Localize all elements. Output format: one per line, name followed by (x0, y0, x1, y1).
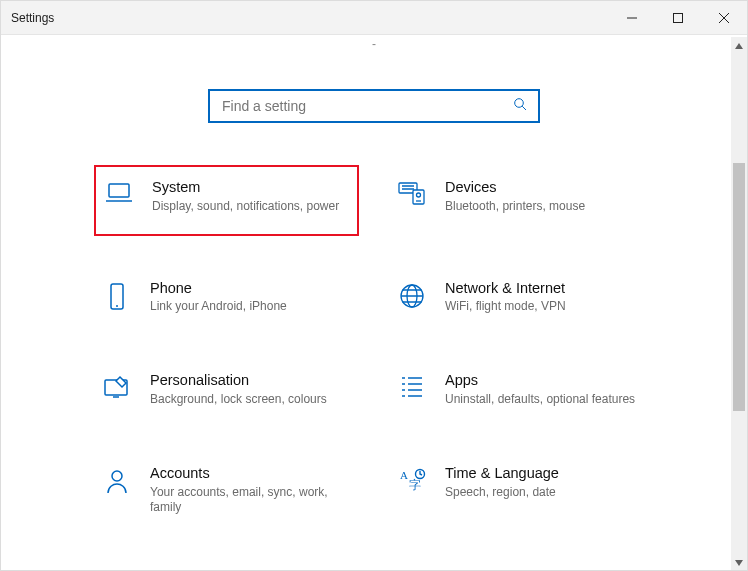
devices-icon (395, 181, 429, 207)
search-icon (513, 97, 528, 116)
tile-apps[interactable]: Apps Uninstall, defaults, optional featu… (389, 366, 654, 413)
tile-title: Phone (150, 280, 351, 297)
tile-desc: Speech, region, date (445, 485, 646, 500)
maximize-icon (673, 13, 683, 23)
svg-point-7 (116, 305, 118, 307)
tile-title: Personalisation (150, 372, 351, 389)
tile-title: Apps (445, 372, 646, 389)
scrollbar-thumb[interactable] (733, 163, 745, 411)
tile-desc: WiFi, flight mode, VPN (445, 299, 646, 314)
tile-desc: Link your Android, iPhone (150, 299, 351, 314)
time-language-icon: A字 (395, 467, 429, 493)
tile-system[interactable]: System Display, sound, notifications, po… (94, 165, 359, 236)
vertical-scrollbar[interactable] (731, 37, 747, 571)
settings-body: - System Display, sound, notifications, … (1, 37, 747, 571)
personalisation-icon (100, 374, 134, 400)
tile-title: Time & Language (445, 465, 646, 482)
category-grid: System Display, sound, notifications, po… (94, 173, 654, 521)
tile-desc: Your accounts, email, sync, work, family (150, 485, 351, 515)
scrollbar-track[interactable] (733, 55, 745, 554)
close-button[interactable] (701, 1, 747, 34)
laptop-icon (102, 181, 136, 205)
search-row (1, 89, 747, 123)
globe-icon (395, 282, 429, 310)
minimize-button[interactable] (609, 1, 655, 34)
tile-accounts[interactable]: Accounts Your accounts, email, sync, wor… (94, 459, 359, 521)
svg-point-1 (515, 98, 524, 107)
svg-text:字: 字 (409, 478, 421, 492)
subtitle-placeholder: - (1, 37, 747, 45)
search-box[interactable] (208, 89, 540, 123)
svg-point-11 (112, 471, 122, 481)
svg-rect-2 (109, 184, 129, 197)
close-icon (719, 13, 729, 23)
tile-title: Devices (445, 179, 646, 196)
svg-rect-0 (674, 13, 683, 22)
tile-desc: Uninstall, defaults, optional features (445, 392, 646, 407)
accounts-icon (100, 467, 134, 495)
minimize-icon (627, 13, 637, 23)
tile-title: Network & Internet (445, 280, 646, 297)
tile-network[interactable]: Network & Internet WiFi, flight mode, VP… (389, 274, 654, 321)
scroll-down-arrow-icon[interactable] (731, 554, 747, 571)
tile-devices[interactable]: Devices Bluetooth, printers, mouse (389, 173, 654, 228)
tile-phone[interactable]: Phone Link your Android, iPhone (94, 274, 359, 321)
window-controls (609, 1, 747, 34)
titlebar: Settings (1, 1, 747, 35)
apps-icon (395, 374, 429, 398)
settings-window: Settings - (0, 0, 748, 571)
tile-title: System (152, 179, 349, 196)
svg-text:A: A (400, 469, 408, 481)
tile-desc: Display, sound, notifications, power (152, 199, 349, 214)
scroll-up-arrow-icon[interactable] (731, 37, 747, 55)
tile-desc: Background, lock screen, colours (150, 392, 351, 407)
maximize-button[interactable] (655, 1, 701, 34)
tile-personalisation[interactable]: Personalisation Background, lock screen,… (94, 366, 359, 413)
phone-icon (100, 282, 134, 312)
search-input[interactable] (220, 97, 513, 115)
window-title: Settings (1, 11, 54, 25)
tile-desc: Bluetooth, printers, mouse (445, 199, 646, 214)
tile-title: Accounts (150, 465, 351, 482)
tile-time-language[interactable]: A字 Time & Language Speech, region, date (389, 459, 654, 521)
